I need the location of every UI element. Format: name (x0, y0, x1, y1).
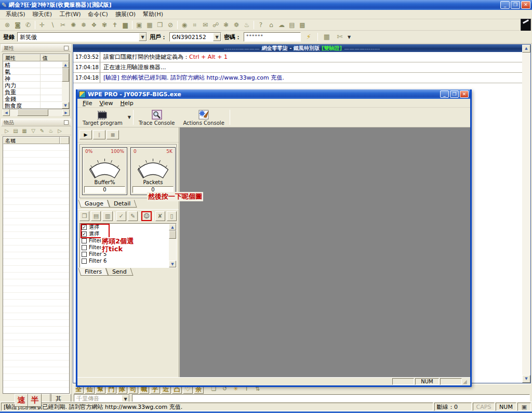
grid-icon[interactable]: ▦ (144, 20, 155, 30)
menu-item-4[interactable]: 擴展(O) (112, 10, 139, 19)
hot-button-1[interactable]: 半 (28, 394, 42, 407)
server-select[interactable]: 新笑傲 ▼ (17, 32, 147, 42)
menu-item-2[interactable]: 工作(W) (56, 10, 84, 19)
filter-checkbox[interactable] (82, 238, 87, 243)
chat-scrollbar[interactable]: ▲ ▼ (522, 45, 530, 383)
magnet-icon[interactable]: ⌗ (190, 20, 200, 30)
book-icon[interactable]: ❐ (155, 20, 165, 30)
scroll-down-icon[interactable]: ▼ (62, 102, 69, 109)
mail-icon[interactable]: ✉ (200, 20, 210, 30)
tab-filters[interactable]: Filters (78, 268, 109, 276)
cross-icon[interactable]: ✝ (110, 20, 120, 30)
property-row[interactable]: 飽食度 (3, 102, 62, 109)
trash-icon[interactable]: ▯ (167, 211, 177, 221)
apply-filter-smiley-icon[interactable]: ☺ (141, 211, 151, 221)
wpe-minimize-button[interactable]: _ (440, 91, 449, 98)
filter-checkbox[interactable] (82, 252, 87, 257)
target-icon[interactable]: ◉ (179, 20, 190, 30)
scroll-left-icon[interactable]: ◀ (3, 109, 10, 116)
password-field[interactable]: ****** (244, 32, 301, 42)
menu-item-3[interactable]: 命令(C) (85, 10, 112, 19)
properties-hscrollbar[interactable]: ◀ ▶ (3, 109, 70, 116)
wpe-menu-0[interactable]: File (79, 99, 95, 107)
close-button[interactable]: ✕ (521, 1, 530, 9)
wpe-close-button[interactable]: ✕ (460, 91, 469, 98)
actions-console-button[interactable]: Actions Console (179, 108, 228, 126)
column-header-name[interactable]: 名稱 (3, 137, 60, 144)
jug-icon[interactable]: ♨ (242, 20, 252, 30)
minimize-button[interactable]: _ (500, 1, 510, 9)
check-edit-icon[interactable]: ✓ (116, 211, 126, 221)
scroll-down-icon[interactable]: ▼ (169, 261, 176, 267)
help-icon[interactable]: ? (256, 20, 266, 30)
property-row[interactable]: 金錢 (3, 95, 62, 102)
chevron-down-icon[interactable]: ▼ (213, 33, 221, 41)
table-icon[interactable]: ▦ (21, 127, 28, 134)
leaf-icon[interactable]: ❅ (78, 20, 89, 30)
save-icon[interactable]: ▤ (91, 211, 101, 221)
flower-icon[interactable]: ✾ (99, 20, 110, 30)
scroll-thumb[interactable] (169, 230, 176, 239)
slash-icon[interactable]: ⊘ (165, 20, 176, 30)
settings-icon[interactable]: ✄ (335, 32, 345, 42)
restore-button[interactable]: ❐ (511, 1, 520, 9)
chevron-down-icon[interactable]: ▼ (127, 115, 132, 120)
shield-icon[interactable]: ❖ (89, 20, 99, 30)
scroll-down-icon[interactable]: ▼ (522, 375, 530, 383)
property-row[interactable]: 內力 (3, 82, 62, 88)
wpe-menu-2[interactable]: Help (117, 99, 137, 107)
chevron-down-icon[interactable]: ▼ (139, 33, 147, 41)
window-icon[interactable]: ▣ (134, 20, 144, 30)
filter-scrollbar[interactable]: ▲ ▼ (169, 224, 176, 267)
column-header-blank[interactable] (60, 137, 69, 144)
wpe-titlebar[interactable]: WPE PRO - JY007SF-BIG5.exe _ ❐ ✕ (77, 89, 470, 99)
pencil-icon[interactable]: ✎ (38, 127, 46, 134)
play-button[interactable]: ▶ (79, 130, 92, 139)
filter-checkbox[interactable] (82, 245, 87, 250)
hot-button-0[interactable]: 速 (15, 394, 28, 407)
trace-console-button[interactable]: Trace Console (135, 108, 179, 126)
property-row[interactable]: 神 (3, 75, 62, 82)
properties-scrollbar[interactable]: ▲ ▼ (62, 61, 69, 109)
panel-icon[interactable]: ▦ (322, 32, 332, 42)
scroll-right-icon[interactable]: ▶ (62, 109, 70, 116)
lock-icon[interactable]: ◙ (12, 20, 23, 30)
dense-grid-icon[interactable]: ▩ (297, 20, 308, 30)
home-icon[interactable]: ⌂ (266, 20, 276, 30)
close-icon[interactable]: ⊗ (2, 20, 12, 30)
gem-icon[interactable]: ❃ (221, 20, 231, 30)
funnel-icon[interactable]: ▽ (30, 127, 37, 134)
open-folder-icon[interactable]: ❒ (79, 211, 89, 221)
cloud-icon[interactable]: ☁ (276, 20, 287, 30)
scroll-up-icon[interactable]: ▲ (522, 45, 530, 53)
stop-button[interactable]: ■ (107, 130, 119, 139)
column-header-value[interactable]: 值 (41, 54, 69, 61)
filter-row[interactable]: Filter 6 (80, 257, 169, 264)
save-all-icon[interactable]: ▥ (102, 211, 112, 221)
menu-item-5[interactable]: 幫助(H) (139, 10, 167, 19)
clipboard-icon[interactable]: ▤ (12, 127, 19, 134)
filter-checkbox[interactable] (82, 259, 87, 264)
target-program-button[interactable]: Target program (78, 108, 127, 126)
play2-icon[interactable]: ▷ (56, 127, 63, 134)
scissors-icon[interactable]: ✂ (58, 20, 68, 30)
tab-detail[interactable]: Detail (108, 200, 137, 208)
pencil-icon[interactable]: ✎ (128, 211, 138, 221)
petal-icon[interactable]: ❁ (231, 20, 242, 30)
tools-icon[interactable]: ✆ (23, 20, 33, 30)
box-icon[interactable]: ▆ (120, 20, 130, 30)
scroll-up-icon[interactable]: ▲ (169, 224, 176, 230)
tab-send[interactable]: Send (106, 268, 134, 276)
wpe-maximize-button[interactable]: ❐ (450, 91, 459, 98)
property-row[interactable]: 負重 (3, 88, 62, 95)
panel-collapse-box[interactable] (64, 120, 69, 125)
scroll-thumb[interactable] (62, 68, 69, 82)
pause-button[interactable]: ‖ (93, 130, 105, 139)
pick-icon[interactable]: ✛ (37, 20, 47, 30)
flask-icon[interactable]: ♨ (47, 127, 55, 134)
scroll-thumb[interactable] (17, 109, 48, 116)
wpe-menu-1[interactable]: View (96, 99, 116, 107)
scroll-up-icon[interactable]: ▲ (62, 61, 69, 68)
tab-gauge[interactable]: Gauge (78, 200, 110, 208)
resize-grip[interactable]: ◢ (463, 379, 469, 385)
